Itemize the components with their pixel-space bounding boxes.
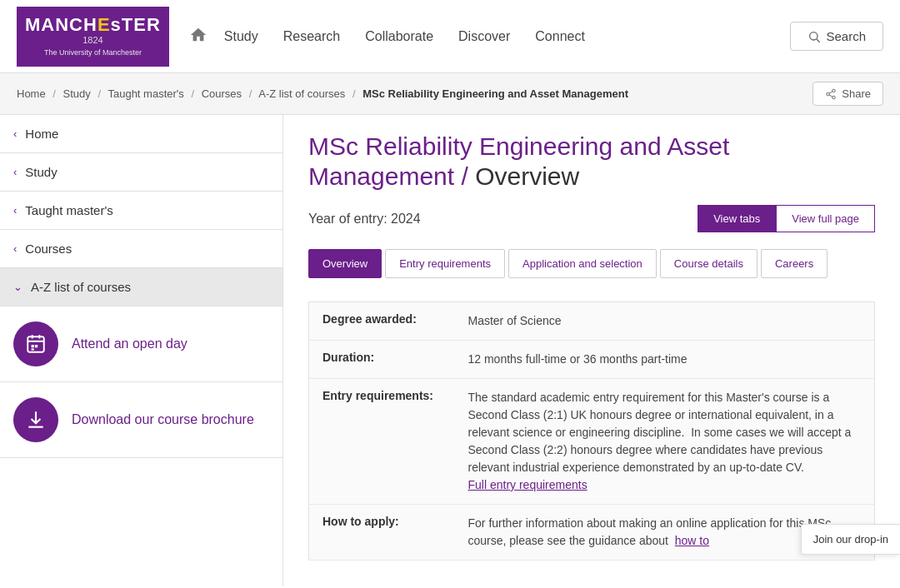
degree-awarded-value: Master of Science — [455, 302, 875, 341]
chevron-down-icon: ⌄ — [13, 281, 22, 293]
chevron-left-icon: ‹ — [13, 242, 17, 255]
nav-connect[interactable]: Connect — [535, 29, 585, 44]
svg-rect-11 — [32, 345, 34, 347]
main-nav: Study Research Collaborate Discover Conn… — [224, 29, 791, 44]
duration-label: Duration: — [309, 341, 455, 379]
view-full-page-button[interactable]: View full page — [776, 205, 875, 232]
nav-research[interactable]: Research — [283, 29, 340, 44]
calendar-icon — [25, 333, 47, 355]
logo-text: MANCHEsTER — [25, 16, 161, 34]
sidebar-item-home[interactable]: ‹ Home — [0, 115, 282, 153]
how-to-apply-label: How to apply: — [309, 505, 455, 561]
sidebar-item-study[interactable]: ‹ Study — [0, 153, 282, 192]
breadcrumb-study[interactable]: Study — [63, 87, 91, 100]
svg-line-6 — [829, 91, 832, 92]
brochure-label: Download our course brochure — [72, 411, 254, 429]
tab-course-details[interactable]: Course details — [660, 249, 758, 278]
main-content: MSc Reliability Engineering and Asset Ma… — [283, 115, 900, 586]
home-icon — [189, 26, 208, 44]
entry-req-label: Entry requirements: — [309, 379, 455, 505]
home-nav-icon[interactable] — [189, 26, 208, 47]
tab-entry-requirements[interactable]: Entry requirements — [385, 249, 505, 278]
sidebar-study-label: Study — [25, 165, 57, 179]
tab-overview[interactable]: Overview — [308, 249, 382, 278]
chevron-left-icon: ‹ — [13, 127, 17, 140]
degree-awarded-label: Degree awarded: — [309, 302, 455, 341]
dropin-label: Join our drop-in — [813, 533, 888, 546]
cta-brochure[interactable]: Download our course brochure — [0, 382, 282, 458]
nav-discover[interactable]: Discover — [458, 29, 510, 44]
course-info-table: Degree awarded: Master of Science Durati… — [308, 301, 875, 561]
sidebar-courses-label: Courses — [25, 242, 72, 256]
university-logo[interactable]: MANCHEsTER 1824 The University of Manche… — [17, 7, 169, 67]
breadcrumb-current: MSc Reliability Engineering and Asset Ma… — [362, 87, 628, 100]
page-title-dark: Overview — [475, 162, 579, 190]
course-tabs: Overview Entry requirements Application … — [308, 249, 875, 282]
how-to-apply-link[interactable]: how to — [675, 534, 709, 547]
sidebar-az-label: A-Z list of courses — [31, 280, 131, 294]
nav-collaborate[interactable]: Collaborate — [365, 29, 433, 44]
sidebar-item-az[interactable]: ⌄ A-Z list of courses — [0, 268, 282, 306]
breadcrumb: Home / Study / Taught master's / Courses… — [17, 87, 628, 100]
chevron-left-icon: ‹ — [13, 166, 17, 178]
table-row: Entry requirements: The standard academi… — [309, 379, 875, 505]
svg-rect-12 — [35, 345, 38, 347]
svg-point-3 — [827, 92, 830, 96]
share-button[interactable]: Share — [812, 82, 883, 106]
full-entry-req-link[interactable]: Full entry requirements — [468, 478, 588, 491]
table-row: How to apply: For further information ab… — [309, 505, 875, 561]
breadcrumb-bar: Home / Study / Taught master's / Courses… — [0, 73, 900, 115]
download-icon — [25, 409, 47, 431]
sidebar-taught-masters-label: Taught master's — [25, 203, 112, 217]
svg-rect-7 — [28, 336, 44, 351]
share-label: Share — [842, 87, 871, 100]
cta-open-day[interactable]: Attend an open day — [0, 306, 282, 382]
share-icon — [825, 88, 837, 100]
breadcrumb-home[interactable]: Home — [17, 87, 46, 100]
search-icon — [808, 30, 821, 43]
table-row: Duration: 12 months full-time or 36 mont… — [309, 341, 875, 379]
svg-rect-13 — [32, 348, 34, 350]
sidebar-item-courses[interactable]: ‹ Courses — [0, 230, 282, 268]
nav-study[interactable]: Study — [224, 29, 258, 44]
breadcrumb-taught-masters[interactable]: Taught master's — [108, 87, 183, 100]
svg-point-0 — [810, 32, 818, 39]
logo-subtitle: The University of Manchester — [44, 48, 142, 57]
view-tabs-button[interactable]: View tabs — [698, 205, 776, 232]
header: MANCHEsTER 1824 The University of Manche… — [0, 0, 900, 73]
breadcrumb-courses[interactable]: Courses — [202, 87, 242, 100]
download-icon-circle — [13, 397, 58, 442]
svg-point-2 — [832, 89, 836, 92]
page-title: MSc Reliability Engineering and Asset Ma… — [308, 132, 875, 192]
entry-req-value: The standard academic entry requirement … — [455, 379, 875, 505]
open-day-label: Attend an open day — [72, 336, 188, 353]
sidebar-item-taught-masters[interactable]: ‹ Taught master's — [0, 192, 282, 230]
main-layout: ‹ Home ‹ Study ‹ Taught master's ‹ Cours… — [0, 115, 900, 586]
calendar-icon-circle — [13, 321, 58, 366]
chevron-left-icon: ‹ — [13, 204, 17, 217]
tab-careers[interactable]: Careers — [761, 249, 828, 278]
year-label: Year of entry: 2024 — [308, 212, 421, 227]
search-button[interactable]: Search — [790, 22, 883, 51]
duration-value: 12 months full-time or 36 months part-ti… — [455, 341, 875, 379]
tab-application-selection[interactable]: Application and selection — [508, 249, 657, 278]
breadcrumb-az[interactable]: A-Z list of courses — [258, 87, 345, 100]
sidebar-home-label: Home — [25, 127, 58, 141]
dropin-popup[interactable]: Join our drop-in — [801, 524, 900, 555]
svg-line-5 — [829, 94, 832, 96]
search-label: Search — [826, 29, 866, 43]
view-buttons: View tabs View full page — [698, 205, 875, 232]
table-row: Degree awarded: Master of Science — [309, 302, 875, 341]
logo-year: 1824 — [82, 34, 102, 46]
svg-point-4 — [832, 96, 836, 99]
year-row: Year of entry: 2024 View tabs View full … — [308, 205, 875, 232]
svg-line-1 — [817, 39, 820, 42]
sidebar: ‹ Home ‹ Study ‹ Taught master's ‹ Cours… — [0, 115, 283, 586]
